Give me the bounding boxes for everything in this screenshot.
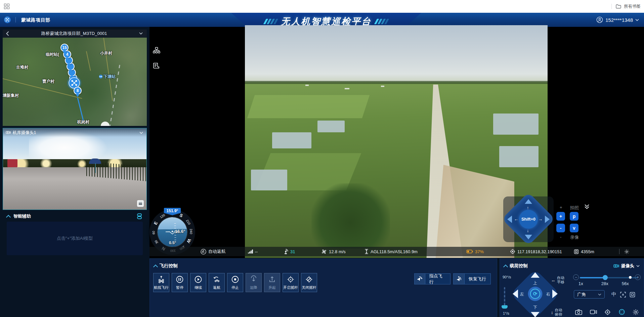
stop-icon [231,275,239,283]
mini-map[interactable]: 临时站( 小井村 古堆村 曹户村 下塘站 塘新集村 杭岗村 4 15 8 [3,38,147,126]
pause-button[interactable]: 暂停 [172,273,188,292]
gimbal-center-button[interactable]: Shift+0 [519,210,538,229]
take-photo-icon[interactable] [575,309,582,315]
collapse-icon[interactable] [6,215,11,220]
photo-label[interactable]: 拍照 [570,205,579,211]
gimbal-left-arrow[interactable] [507,216,512,223]
resume-fly-button[interactable]: 恢复飞行 [453,273,491,284]
rise-button[interactable]: 升起 [264,273,280,292]
point-fly-icon [416,276,423,282]
pad-right-label: 右 [546,291,550,297]
speed-slider-track[interactable] [504,287,505,308]
collapse-icon[interactable] [503,265,508,269]
arrow-right-hint: → [538,217,543,222]
apps-grid-icon[interactable] [4,4,9,9]
video-mode-button[interactable]: v [570,224,578,232]
ai-models-icon[interactable] [137,213,142,219]
flight-route-line [77,98,84,121]
disable-joystick-button[interactable]: 关闭摇杆 [301,273,317,292]
divider [611,4,612,9]
route-fly-button[interactable]: 航线飞行 [153,273,169,292]
device-name[interactable]: 路桥蒙城北路项目部_M3TD_0001 [9,31,139,37]
zoom-decrease-button[interactable]: − [573,274,579,280]
pitch-value: -16.6° [173,229,185,234]
device-dropdown-icon[interactable] [139,32,143,35]
zoom-out-button[interactable]: - [556,224,565,232]
record-label[interactable]: 录像 [570,234,579,240]
red-cabinet [7,159,17,167]
gear-icon[interactable] [624,249,630,255]
zoom-increase-button[interactable]: + [635,274,641,280]
pad-right-arrow[interactable] [552,289,558,298]
center-target-icon[interactable]: 中 [611,291,616,298]
pad-down-arrow[interactable] [531,312,540,317]
record-video-icon[interactable] [590,309,597,315]
screen-frame-icon[interactable] [630,292,635,298]
payload-camera-select[interactable]: 摄像头 [613,263,640,269]
stop-button[interactable]: 停止 [227,273,243,292]
play-icon [194,275,202,283]
waypoint-pin-8[interactable]: 8 [74,87,82,95]
collapse-controls-icon[interactable] [584,204,590,209]
map-place-label: 古堆村 [16,64,28,70]
ai-add-hint: 点击"+"添加AI模型 [57,235,93,241]
lens-select[interactable]: 广角 [574,290,605,299]
crop-expand-icon[interactable] [620,292,626,298]
map-station-label: 下塘站 [99,74,116,80]
distance-icon [574,249,579,254]
gimbal-pad-mode-icon[interactable] [618,309,625,315]
pad-left-arrow[interactable] [513,289,518,298]
map-control-button[interactable] [101,122,110,126]
gps-coordinates: 117.191818,32.190151 [510,247,562,256]
collapse-icon[interactable] [153,265,158,269]
banner-slashes-right [376,19,388,24]
resume-fly-icon [456,276,462,282]
sitemap-icon[interactable] [153,47,160,54]
joystick-off-icon [305,275,313,283]
rise-icon [268,275,276,283]
device-selector-bar: 路桥蒙城北路项目部_M3TD_0001 [3,30,147,37]
zoom-in-button[interactable]: + [556,212,565,221]
compass-label: 60 [152,231,155,234]
photo-mode-button[interactable]: p [570,212,578,221]
map-place-label: 小井村 [100,50,112,56]
point-fly-button[interactable]: 指点飞行 [414,273,450,284]
gimbal-up-arrow[interactable] [525,199,532,204]
map-place-label: 临时站( [46,52,59,57]
camera-notes-button[interactable] [137,200,144,207]
compass-label: W [186,238,192,244]
auto-pan-item[interactable]: ↔ 自动平移 [551,276,565,284]
gimbal-right-arrow[interactable] [545,216,550,223]
laser-brightness-icon[interactable] [633,309,639,315]
flight-control-title: 飞行控制 [160,263,178,269]
compass-label: E [153,221,159,226]
auto-tilt-item[interactable]: ↕ 自动俯仰 [551,308,563,317]
flight-log-icon[interactable] [153,62,160,69]
battery-status: 37% [466,247,484,256]
forced-landing-button[interactable]: 迫降 [246,273,262,292]
wind-speed: 12.8 m/s [321,247,346,256]
back-icon[interactable] [6,31,9,36]
satellite-count: 31 [283,247,295,256]
speed-slider-thumb[interactable] [502,305,508,309]
waypoint-pin-15[interactable]: 15 [60,44,69,52]
ai-model-add-area[interactable]: 点击"+"添加AI模型 [7,222,143,255]
pan-speed-label: 90°/s [503,275,511,279]
ai-assist-title: 智能辅助 [13,213,31,219]
app-logo [4,16,11,23]
gimbal-recenter-button[interactable]: ⟳ [530,289,540,299]
zoom-thumb[interactable] [603,275,608,280]
gimbal-down-arrow[interactable] [525,235,532,239]
route-fly-icon [157,275,165,283]
all-bookmarks-button[interactable]: 所有书签 [624,4,641,9]
user-menu[interactable]: 152****1348 [596,13,639,27]
camera-dropdown-icon[interactable] [139,132,143,134]
pad-up-arrow[interactable] [531,272,540,278]
cctv-icon [6,131,11,135]
map-place-label: 曹户村 [42,79,54,84]
enable-joystick-button[interactable]: 开启摇杆 [283,273,299,292]
target-lock-icon[interactable] [604,309,611,315]
return-home-button[interactable]: 返航 [209,273,225,292]
auto-pan-icon: ↔ [551,278,555,282]
continue-button[interactable]: 继续 [190,273,206,292]
